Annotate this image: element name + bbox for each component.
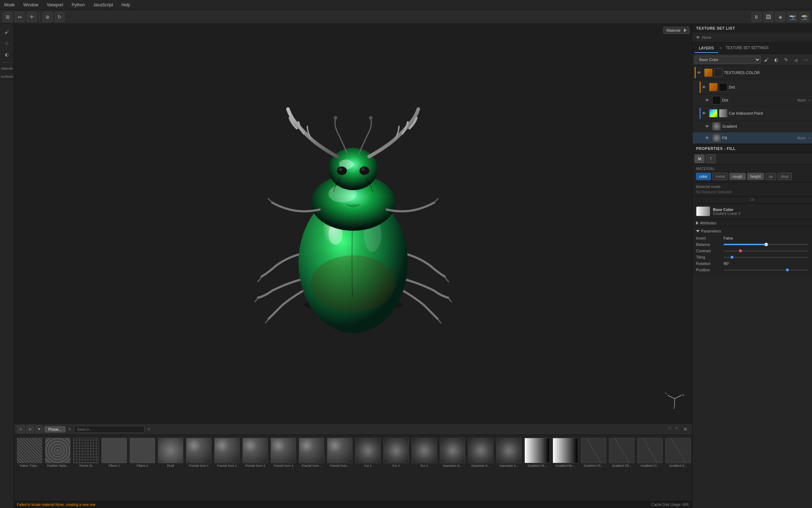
viewport[interactable]: Material [14,24,692,423]
texture-item[interactable]: Fabric Trian... [17,438,42,467]
panel-close-btn[interactable]: × [674,425,679,431]
sidebar-surfaces[interactable]: Surfaces [0,73,14,80]
menu-python[interactable]: Python [70,2,86,8]
layer-dirt-sub[interactable]: 👁 Dirt Norm › [693,95,812,106]
layer-eye-3[interactable]: 👁 [705,98,711,102]
contrast-dot[interactable] [739,249,742,252]
prop-tab-texture[interactable]: T [706,155,716,163]
texture-item[interactable]: Gradient Bu... [553,438,578,467]
menu-window[interactable]: Window [22,2,40,8]
texture-item[interactable]: Fur 3 [412,438,437,467]
screenshot-btn[interactable]: 📸 [799,12,809,22]
texture-item[interactable]: Fur 1 [355,438,381,467]
layer-fill[interactable]: 👁 Fill Norm › [693,132,812,144]
contrast-slider[interactable] [724,250,808,252]
panel-filter-btn[interactable]: ▼ [35,425,43,433]
texture-item[interactable]: Fractal Sum 4 [271,438,296,467]
menu-javascript[interactable]: JavaScript [92,2,115,8]
balance-slider[interactable] [724,244,808,245]
frame-btn[interactable]: 🖼 [763,12,773,22]
mat-btn-height[interactable]: height [747,173,764,180]
texture-item[interactable]: Gradient Ch... [609,438,634,467]
menu-viewport[interactable]: Viewport [45,2,64,8]
grid-toggle[interactable]: ⊞ [681,425,689,434]
params-toggle[interactable]: Parameters [696,229,808,233]
mat-btn-op[interactable]: op [765,173,776,180]
tiling-dot[interactable] [731,256,733,259]
transform-btn[interactable]: ⇔ [15,12,25,22]
mat-btn-rough[interactable]: rough [730,173,746,180]
channel-dropdown[interactable]: Base Color [695,56,761,64]
menu-help[interactable]: Help [120,2,132,8]
texture-item[interactable]: Feather Style... [45,438,70,467]
sidebar-select[interactable]: ⊹ [2,38,12,48]
texture-item[interactable]: Fractal Sum... [299,438,324,467]
mask-btn[interactable]: ◐ [772,55,780,64]
texture-item[interactable]: Fractal Sum 1 [186,438,211,467]
panel-tab[interactable]: Proce... [44,426,66,433]
position-slider[interactable] [724,270,808,271]
texture-item[interactable]: Fur 2 [383,438,409,467]
position-dot[interactable] [786,268,789,271]
layer-gradient[interactable]: 👁 Gradient [693,121,812,132]
attributes-toggle[interactable]: Attributes [693,219,812,226]
layer-dirt[interactable]: 👁 Dirt [693,80,812,95]
sidebar-naturals[interactable]: Naturals [0,65,14,72]
base-color-section[interactable]: Base Color Gradient Linear 3 [693,203,812,219]
texture-item[interactable]: Fibers 1 [102,438,127,467]
layer-name-gradient: Gradient [722,124,810,128]
more-btn[interactable]: ⋯ [801,55,810,64]
texture-item[interactable]: Fluid [158,438,183,467]
texture-item[interactable]: Gradient Alt... [524,438,550,467]
mat-btn-metal[interactable]: metal [712,173,728,180]
texture-item[interactable]: Gaussian N... [440,438,465,467]
add-btn[interactable]: ⊕ [43,12,53,22]
pause-btn[interactable]: ⏸ [751,12,761,22]
layer-eye-2[interactable]: 👁 [702,85,708,89]
layer-eye-4[interactable]: 👁 [702,111,708,115]
layer-eye-1[interactable]: 👁 [697,71,703,75]
texture-item[interactable]: Gaussian S... [468,438,493,467]
panel-select-btn[interactable]: ⊙ [26,425,34,433]
tiling-slider[interactable] [724,257,808,258]
layers-tab[interactable]: LAYERS [695,44,718,53]
texture-item[interactable]: Gradient D... [665,438,691,467]
texture-item[interactable]: Gradient Ci... [637,438,663,467]
base-color-thumb [696,206,710,216]
mat-btn-displ[interactable]: displ [777,173,792,180]
layer-car-iridescent[interactable]: 👁 Car Iridescent Paint [693,106,812,121]
layer-name-textures: TEXTURES-COLOR [724,71,810,75]
edit-btn[interactable]: ✎ [782,55,790,64]
texture-settings-tab[interactable]: TEXTURE SET SETTINGS [721,44,773,53]
texture-item[interactable]: Fractal Sum 3 [242,438,268,467]
layer-eye-5[interactable]: 👁 [705,124,711,128]
texture-item[interactable]: Gaussian S... [496,438,522,467]
texture-item[interactable]: Fence 01 [73,438,99,467]
sidebar-brush[interactable]: 🖌 [2,27,12,37]
sidebar-mask[interactable]: ◐ [2,49,12,59]
mat-btn-color[interactable]: color [696,173,711,180]
texture-item[interactable]: Fractal Sum 2 [214,438,240,467]
menu-mode[interactable]: Mode [3,2,16,8]
prop-tab-material[interactable]: M [695,155,705,163]
move-btn[interactable]: ✛ [27,12,37,22]
camera-btn[interactable]: 📷 [787,12,797,22]
paint-tool-btn[interactable]: 🖌 [762,55,770,64]
search-input[interactable] [74,426,144,433]
texture-item[interactable]: Fibers 2 [130,438,155,467]
param-label-rotation: Rotation [696,261,721,266]
panel-tab-close[interactable]: × [67,427,73,432]
refresh-btn[interactable]: ↻ [55,12,64,22]
cube-btn[interactable]: ◈ [775,12,785,22]
grid-btn[interactable]: ⊞ [3,12,13,22]
filter-btn[interactable]: ⊿ [792,55,800,64]
layer-eye-6[interactable]: 👁 [705,136,711,140]
search-close[interactable]: × [146,427,152,432]
panel-layout-btn[interactable]: ≡ [17,425,25,433]
texture-item[interactable]: Fractal Sum... [327,438,352,467]
balance-thumb[interactable] [764,243,768,246]
texture-item[interactable]: Gradient Ch... [581,438,606,467]
eye-icon[interactable]: 👁 [696,35,700,40]
panel-expand-btn[interactable]: □ [667,425,672,431]
layer-textures-color[interactable]: 👁 TEXTURES-COLOR [693,66,812,80]
